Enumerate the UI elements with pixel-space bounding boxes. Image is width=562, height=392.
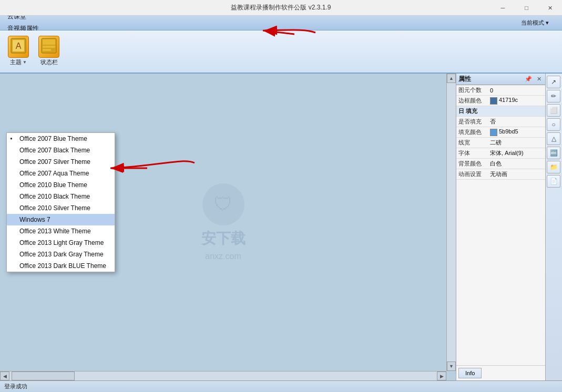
right-toolbar-button-rt3[interactable]: ⬜ [547, 104, 560, 117]
right-toolbar: ↗✏⬜○△🔤📁📄 [545, 74, 562, 380]
status-bar: 登录成功 [0, 380, 562, 392]
props-section-填充: 日 填充 [456, 106, 545, 117]
right-toolbar-button-rt6[interactable]: 🔤 [547, 147, 560, 159]
prop-name-线宽: 线宽 [456, 138, 488, 148]
watermark-text: 安下载 [201, 229, 246, 249]
scroll-thumb-h [12, 372, 75, 380]
prop-name-图元个数: 图元个数 [456, 85, 488, 96]
theme-dropdown-menu: Office 2007 Blue ThemeOffice 2007 Black … [6, 132, 115, 272]
close-button[interactable]: ✕ [538, 0, 562, 16]
dropdown-item-office2010blue[interactable]: Office 2010 Blue Theme [7, 179, 115, 191]
horizontal-scrollbar[interactable]: ◀ ▶ [0, 371, 446, 380]
prop-name-字体: 字体 [456, 148, 488, 159]
title-bar-text: 益教课程录播制作软件公版 v2.3.1.9 [231, 3, 331, 12]
svg-text:A: A [16, 42, 22, 50]
properties-info-tab: Info [456, 365, 545, 380]
right-toolbar-button-rt1[interactable]: ↗ [547, 76, 560, 88]
scroll-down-button[interactable]: ▼ [447, 362, 456, 371]
properties-table: 图元个数0边框颜色41719c日 填充是否填充否填充颜色5b9bd5线宽二磅字体… [456, 85, 545, 180]
props-row: 填充颜色5b9bd5 [456, 127, 545, 138]
dropdown-item-office2007silver[interactable]: Office 2007 Silver Theme [7, 156, 115, 168]
scroll-left-button[interactable]: ◀ [0, 372, 9, 380]
watermark-url: anxz.com [205, 252, 241, 261]
vertical-scrollbar[interactable]: ▲ ▼ [446, 74, 456, 371]
prop-name-是否填充: 是否填充 [456, 117, 488, 127]
theme-dropdown-arrow: ▼ [23, 60, 27, 65]
prop-name-背景颜色: 背景颜色 [456, 159, 488, 169]
dropdown-item-office2010black[interactable]: Office 2010 Black Theme [7, 191, 115, 202]
title-bar: 益教课程录播制作软件公版 v2.3.1.9 ─ □ ✕ [0, 0, 562, 16]
menu-bar: 开始VIP专业版直播云课堂音视频属性高级小工具界面主题 VIP专业版 ▾当前模式… [0, 16, 562, 30]
theme-label: 主题 [10, 59, 22, 66]
right-toolbar-button-rt2[interactable]: ✏ [547, 90, 560, 102]
dropdown-item-windows7[interactable]: Windows 7 [7, 214, 115, 225]
scroll-up-button[interactable]: ▲ [447, 74, 456, 83]
svg-rect-5 [43, 46, 55, 48]
statusbar-icon [38, 36, 59, 58]
dropdown-item-office2007aqua[interactable]: Office 2007 Aqua Theme [7, 168, 115, 179]
menu-item-mode[interactable]: 当前模式 ▾ [516, 17, 560, 28]
svg-rect-6 [43, 49, 51, 51]
prop-value-字体: 宋体, Arial(9) [488, 148, 545, 159]
props-row: 是否填充否 [456, 117, 545, 127]
info-tab-button[interactable]: Info [458, 368, 482, 378]
prop-name-动画设置: 动画设置 [456, 169, 488, 180]
right-toolbar-button-rt5[interactable]: △ [547, 132, 560, 145]
ribbon: A 主题 ▼ 状态栏 [0, 30, 562, 74]
prop-value-背景颜色: 白色 [488, 159, 545, 169]
minimize-button[interactable]: ─ [491, 0, 515, 16]
statusbar-label: 状态栏 [40, 59, 58, 66]
pin-icon[interactable]: 📌 [524, 75, 533, 84]
properties-panel: 属性 📌 ✕ 图元个数0边框颜色41719c日 填充是否填充否填充颜色5b9bd… [456, 74, 545, 380]
prop-value-边框颜色: 41719c [488, 96, 545, 106]
prop-value-线宽: 二磅 [488, 138, 545, 148]
props-row: 字体宋体, Arial(9) [456, 148, 545, 159]
prop-name-边框颜色: 边框颜色 [456, 96, 488, 106]
statusbar-ribbon-button[interactable]: 状态栏 [34, 33, 64, 69]
svg-rect-4 [43, 39, 55, 45]
status-text: 登录成功 [4, 383, 27, 390]
watermark-icon: 🛡 [202, 183, 244, 225]
canvas-area[interactable]: 🛡 安下载 anxz.com ▲ ▼ ◀ ▶ Office 2007 Blue … [0, 74, 456, 380]
close-props-icon[interactable]: ✕ [535, 75, 543, 84]
prop-name-填充颜色: 填充颜色 [456, 127, 488, 138]
main-area: 🛡 安下载 anxz.com ▲ ▼ ◀ ▶ Office 2007 Blue … [0, 74, 562, 380]
color-swatch-边框颜色 [490, 97, 497, 105]
props-row: 图元个数0 [456, 85, 545, 96]
dropdown-item-office2013white[interactable]: Office 2013 White Theme [7, 225, 115, 237]
dropdown-item-office2007black[interactable]: Office 2007 Black Theme [7, 145, 115, 156]
prop-value-图元个数: 0 [488, 85, 545, 96]
prop-value-动画设置: 无动画 [488, 169, 545, 180]
right-toolbar-button-rt7[interactable]: 📁 [547, 161, 560, 173]
title-bar-controls: ─ □ ✕ [491, 0, 562, 16]
dropdown-item-office2013darkblue[interactable]: Office 2013 Dark BLUE Theme [7, 260, 115, 272]
properties-header-icons: 📌 ✕ [524, 75, 543, 84]
props-row: 边框颜色41719c [456, 96, 545, 106]
maximize-button[interactable]: □ [515, 0, 538, 16]
theme-icon: A [8, 36, 29, 58]
dropdown-item-office2013lightgray[interactable]: Office 2013 Light Gray Theme [7, 237, 115, 249]
properties-title: 属性 [458, 75, 471, 84]
props-row: 动画设置无动画 [456, 169, 545, 180]
right-toolbar-button-rt8[interactable]: 📄 [547, 175, 560, 188]
prop-value-是否填充: 否 [488, 117, 545, 127]
dropdown-item-office2013darkgray[interactable]: Office 2013 Dark Gray Theme [7, 249, 115, 260]
prop-value-填充颜色: 5b9bd5 [488, 127, 545, 138]
properties-header: 属性 📌 ✕ [456, 74, 545, 85]
theme-ribbon-button[interactable]: A 主题 ▼ [3, 33, 34, 69]
scroll-right-button[interactable]: ▶ [437, 372, 446, 380]
props-row: 背景颜色白色 [456, 159, 545, 169]
scroll-track-v [447, 83, 456, 362]
dropdown-item-office2007blue[interactable]: Office 2007 Blue Theme [7, 133, 115, 145]
right-toolbar-button-rt4[interactable]: ○ [547, 118, 560, 131]
watermark: 🛡 安下载 anxz.com [201, 183, 246, 261]
props-row: 线宽二磅 [456, 138, 545, 148]
dropdown-item-office2010silver[interactable]: Office 2010 Silver Theme [7, 202, 115, 214]
color-swatch-填充颜色 [490, 129, 497, 136]
